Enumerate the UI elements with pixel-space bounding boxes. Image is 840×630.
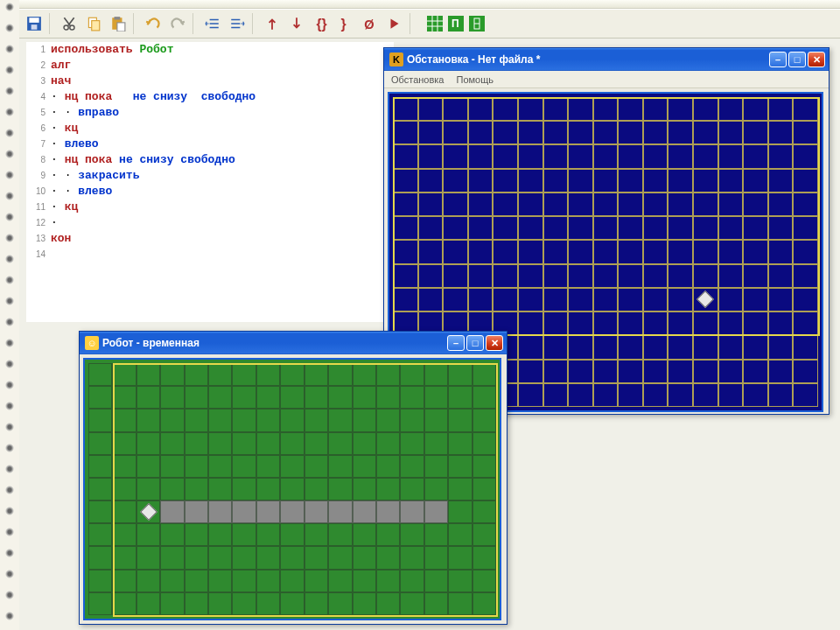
grid-cell[interactable] — [280, 409, 304, 431]
grid-cell[interactable] — [793, 240, 818, 263]
grid-cell[interactable] — [136, 523, 160, 546]
code-line[interactable]: 10· · влево — [26, 184, 394, 200]
grid-cell[interactable] — [256, 455, 280, 478]
code-line[interactable]: 7· влево — [26, 136, 394, 152]
grid-cell[interactable] — [793, 288, 818, 312]
grid-cell[interactable] — [543, 264, 569, 288]
grid-cell[interactable] — [208, 386, 232, 409]
grid-cell[interactable] — [493, 144, 518, 168]
grid-cell[interactable] — [593, 192, 619, 216]
grid-cell[interactable] — [668, 312, 693, 335]
maximize-button[interactable]: □ — [466, 335, 484, 351]
grid-cell[interactable] — [518, 288, 543, 312]
grid-cell[interactable] — [718, 383, 744, 407]
grid-cell[interactable] — [618, 383, 643, 407]
grid-cell[interactable] — [718, 216, 744, 240]
grid-cell[interactable] — [304, 523, 328, 546]
grid-cell[interactable] — [448, 500, 472, 523]
grid-cell[interactable] — [304, 478, 328, 500]
grid-cell[interactable] — [185, 363, 208, 386]
grid-cell[interactable] — [793, 216, 818, 240]
grid-cell[interactable] — [643, 240, 668, 263]
grid-cell[interactable] — [518, 360, 543, 383]
grid-cell[interactable] — [353, 432, 376, 455]
grid-cell[interactable] — [543, 169, 569, 192]
grid-cell[interactable] — [136, 386, 160, 409]
grid-cell[interactable] — [743, 192, 768, 216]
grid-cell[interactable] — [768, 169, 794, 192]
cut-icon[interactable] — [58, 12, 80, 35]
grid-cell[interactable] — [472, 386, 496, 409]
grid-cell[interactable] — [400, 546, 424, 569]
grid-cell[interactable] — [328, 409, 352, 431]
grid-cell[interactable] — [208, 592, 232, 615]
grid-cell[interactable] — [743, 360, 768, 383]
grid-cell[interactable] — [468, 264, 494, 288]
grid-cell[interactable] — [208, 455, 232, 478]
grid-cell[interactable] — [400, 478, 424, 500]
grid-cell[interactable] — [543, 216, 569, 240]
grid-cell[interactable] — [718, 192, 744, 216]
grid-cell[interactable] — [353, 592, 376, 615]
code-line[interactable]: 1использовать Робот — [26, 42, 394, 58]
grid-cell[interactable] — [518, 312, 543, 335]
close-button[interactable]: ✕ — [486, 335, 503, 351]
grid-cell[interactable] — [376, 409, 400, 431]
grid-cell[interactable] — [112, 500, 136, 523]
grid-cell[interactable] — [353, 363, 376, 386]
grid-cell[interactable] — [593, 264, 619, 288]
grid-cell[interactable] — [793, 383, 818, 407]
grid-cell[interactable] — [400, 409, 424, 431]
copy-icon[interactable] — [82, 12, 105, 35]
grid-cell[interactable] — [328, 478, 352, 500]
grid-cell[interactable] — [443, 169, 468, 192]
grid-cell[interactable] — [112, 592, 136, 615]
grid-cell[interactable] — [618, 264, 643, 288]
grid-cell[interactable] — [643, 144, 668, 168]
grid-cell[interactable] — [568, 192, 593, 216]
grid-cell[interactable] — [472, 546, 496, 569]
code-line[interactable]: 3нач — [26, 74, 394, 89]
grid-cell[interactable] — [693, 264, 718, 288]
grid-view-1-icon[interactable] — [425, 14, 444, 33]
grid-cell[interactable] — [593, 383, 619, 407]
grid-cell[interactable] — [568, 335, 593, 359]
grid-cell[interactable] — [208, 523, 232, 546]
grid-cell[interactable] — [112, 455, 136, 478]
grid-cell[interactable] — [232, 592, 256, 615]
grid-cell[interactable] — [793, 192, 818, 216]
outdent-icon[interactable] — [201, 12, 224, 35]
grid-cell[interactable] — [568, 312, 593, 335]
grid-cell[interactable] — [518, 264, 543, 288]
grid-cell[interactable] — [424, 570, 448, 592]
grid-cell[interactable] — [400, 592, 424, 615]
grid-cell[interactable] — [518, 169, 543, 192]
step-down-icon[interactable] — [285, 12, 308, 35]
grid-cell[interactable] — [518, 97, 543, 121]
grid-cell[interactable] — [448, 478, 472, 500]
grid-cell[interactable] — [304, 570, 328, 592]
grid-cell[interactable] — [185, 409, 208, 431]
grid-cell[interactable] — [418, 216, 444, 240]
grid-cell[interactable] — [232, 432, 256, 455]
grid-cell[interactable] — [743, 312, 768, 335]
grid-cell[interactable] — [618, 335, 643, 359]
grid-cell[interactable] — [793, 335, 818, 359]
grid-cell[interactable] — [400, 523, 424, 546]
grid-cell[interactable] — [643, 216, 668, 240]
grid-cell[interactable] — [543, 144, 569, 168]
grid-cell[interactable] — [568, 288, 593, 312]
redo-icon[interactable] — [166, 12, 189, 35]
grid-cell[interactable] — [543, 121, 569, 144]
grid-cell[interactable] — [376, 500, 400, 523]
grid-cell[interactable] — [668, 335, 693, 359]
grid-cell[interactable] — [376, 592, 400, 615]
grid-cell[interactable] — [718, 144, 744, 168]
grid-cell[interactable] — [208, 546, 232, 569]
grid-cell[interactable] — [768, 360, 794, 383]
grid-cell[interactable] — [468, 240, 494, 263]
grid-cell[interactable] — [493, 288, 518, 312]
grid-cell[interactable] — [280, 432, 304, 455]
grid-cell[interactable] — [185, 523, 208, 546]
grid-cell[interactable] — [743, 240, 768, 263]
